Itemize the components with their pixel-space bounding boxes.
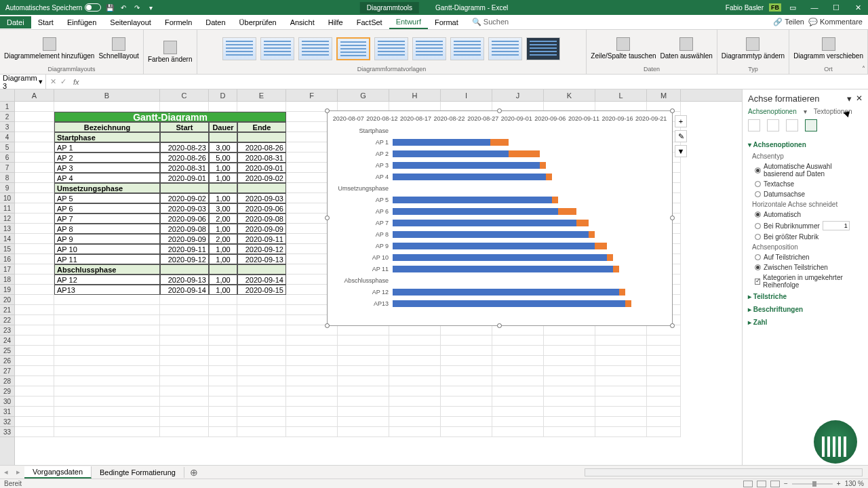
chart-elements-button[interactable]: + <box>675 115 687 127</box>
collapse-ribbon-icon[interactable]: ˄ <box>862 65 865 73</box>
col-header-I[interactable]: I <box>441 89 492 101</box>
toggle-icon[interactable] <box>85 3 101 12</box>
chart-style-5[interactable] <box>374 37 408 60</box>
format-pane-close-icon[interactable]: ✕ <box>856 94 863 104</box>
row-header[interactable]: 24 <box>0 336 14 346</box>
col-header-A[interactable]: A <box>15 89 54 101</box>
zoom-slider[interactable] <box>792 483 833 485</box>
share-button[interactable]: 🔗 Teilen <box>773 18 804 26</box>
row-header[interactable]: 8 <box>0 173 14 183</box>
save-icon[interactable]: 💾 <box>105 3 115 12</box>
row-header[interactable]: 27 <box>0 366 14 376</box>
tab-view[interactable]: Ansicht <box>283 16 321 28</box>
ribbon-display-icon[interactable]: ▭ <box>783 0 803 15</box>
tab-factset[interactable]: FactSet <box>350 16 389 28</box>
opt-crosses-auto[interactable]: Automatisch <box>748 209 863 220</box>
row-header[interactable]: 5 <box>0 142 14 152</box>
row-header[interactable]: 28 <box>0 376 14 386</box>
tab-help[interactable]: Hilfe <box>321 16 350 28</box>
row-header[interactable]: 17 <box>0 264 14 274</box>
add-chart-element-button[interactable]: Diagrammelement hinzufügen <box>4 37 94 60</box>
row-header[interactable]: 30 <box>0 396 14 407</box>
switch-row-col-button[interactable]: Zeile/Spalte tauschen <box>591 37 656 60</box>
chart-style-1[interactable] <box>222 37 256 60</box>
name-box-dropdown-icon[interactable]: ▾ <box>39 77 43 86</box>
sheet-tab-2[interactable]: Bedingte Formatierung <box>92 467 184 478</box>
undo-icon[interactable]: ↶ <box>119 3 128 12</box>
zoom-in-icon[interactable]: + <box>837 480 841 487</box>
chart-style-gallery[interactable] <box>222 31 560 66</box>
col-header-B[interactable]: B <box>54 89 160 101</box>
axis-options-tab[interactable]: Achsenoptionen <box>748 108 797 115</box>
col-header-M[interactable]: M <box>647 89 681 101</box>
tab-pagelayout[interactable]: Seitenlayout <box>103 16 158 28</box>
row-header[interactable]: 33 <box>0 427 14 437</box>
chart-style-3[interactable] <box>298 37 332 60</box>
chart-handle-mr[interactable] <box>670 216 675 220</box>
sheet-tab-1[interactable]: Vorgangsdaten <box>24 466 92 479</box>
col-header-E[interactable]: E <box>237 89 286 101</box>
tab-formulas[interactable]: Formeln <box>158 16 199 28</box>
row-header[interactable]: 31 <box>0 407 14 417</box>
chart-handle-bl[interactable] <box>325 323 330 328</box>
opt-date-axis[interactable]: Datumsachse <box>748 189 863 199</box>
change-chart-type-button[interactable]: Diagrammtyp ändern <box>722 37 785 60</box>
opt-on-tick[interactable]: Auf Teilstrichen <box>748 252 863 262</box>
col-header-G[interactable]: G <box>338 89 389 101</box>
chart-plot-area[interactable]: 2020-08-072020-08-122020-08-172020-08-22… <box>332 115 668 321</box>
chart-filters-button[interactable]: ▼ <box>675 145 687 157</box>
fx-icon[interactable]: fx <box>71 78 82 86</box>
move-chart-button[interactable]: Diagramm verschieben <box>793 37 863 60</box>
number-section[interactable]: ▸ Zahl <box>748 316 863 329</box>
col-header-C[interactable]: C <box>160 89 209 101</box>
add-sheet-button[interactable]: ⊕ <box>184 467 203 478</box>
row-header[interactable]: 29 <box>0 386 14 396</box>
page-break-view-icon[interactable] <box>770 481 780 487</box>
row-header[interactable]: 10 <box>0 193 14 203</box>
chart-style-8[interactable] <box>488 37 522 60</box>
row-header[interactable]: 26 <box>0 356 14 366</box>
redo-icon[interactable]: ↷ <box>132 3 142 12</box>
row-header[interactable]: 14 <box>0 234 14 244</box>
chart-handle-tl[interactable] <box>325 108 330 113</box>
autosave-toggle[interactable]: Automatisches Speichern <box>5 3 101 12</box>
col-header-H[interactable]: H <box>389 89 441 101</box>
quick-layout-button[interactable]: Schnelllayout <box>98 37 138 60</box>
dropdown-icon[interactable]: ▾ <box>804 108 807 115</box>
ticks-section[interactable]: ▸ Teilstriche <box>748 290 863 303</box>
row-header[interactable]: 15 <box>0 244 14 254</box>
tab-review[interactable]: Überprüfen <box>233 16 283 28</box>
opt-auto-type[interactable]: Automatische Auswahl basierend auf Daten <box>748 161 863 179</box>
opt-text-axis[interactable]: Textachse <box>748 179 863 189</box>
row-header[interactable]: 16 <box>0 254 14 264</box>
chart-style-9[interactable] <box>526 37 560 60</box>
row-header[interactable]: 21 <box>0 305 14 315</box>
size-props-icon[interactable] <box>786 119 798 131</box>
horizontal-scrollbar[interactable] <box>585 468 863 476</box>
row-header[interactable]: 2 <box>0 112 14 122</box>
accept-formula-icon[interactable]: ✓ <box>60 77 66 86</box>
comments-button[interactable]: 💬 Kommentare <box>808 18 863 26</box>
normal-view-icon[interactable] <box>743 481 753 487</box>
labels-section[interactable]: ▸ Beschriftungen <box>748 303 863 316</box>
select-all-cell[interactable] <box>0 89 15 101</box>
cancel-formula-icon[interactable]: ✕ <box>50 77 56 86</box>
col-header-J[interactable]: J <box>492 89 544 101</box>
qat-more-icon[interactable]: ▾ <box>146 3 155 12</box>
row-header[interactable]: 6 <box>0 152 14 163</box>
row-header[interactable]: 12 <box>0 214 14 224</box>
chart-handle-br[interactable] <box>670 323 675 328</box>
row-header[interactable]: 4 <box>0 132 14 142</box>
row-header[interactable]: 13 <box>0 224 14 234</box>
col-header-D[interactable]: D <box>209 89 237 101</box>
text-options-tab[interactable]: Textoptionen <box>814 108 852 115</box>
zoom-out-icon[interactable]: − <box>784 480 788 487</box>
maximize-icon[interactable]: ☐ <box>826 0 846 15</box>
chart-handle-tc[interactable] <box>497 108 502 113</box>
cells-grid[interactable]: Gantt-DiagrammBezeichnungStartDauerEndeS… <box>15 102 742 465</box>
fill-line-icon[interactable] <box>748 119 760 131</box>
row-header[interactable]: 22 <box>0 315 14 325</box>
chart-style-7[interactable] <box>450 37 484 60</box>
row-header[interactable]: 32 <box>0 417 14 427</box>
col-header-K[interactable]: K <box>544 89 595 101</box>
